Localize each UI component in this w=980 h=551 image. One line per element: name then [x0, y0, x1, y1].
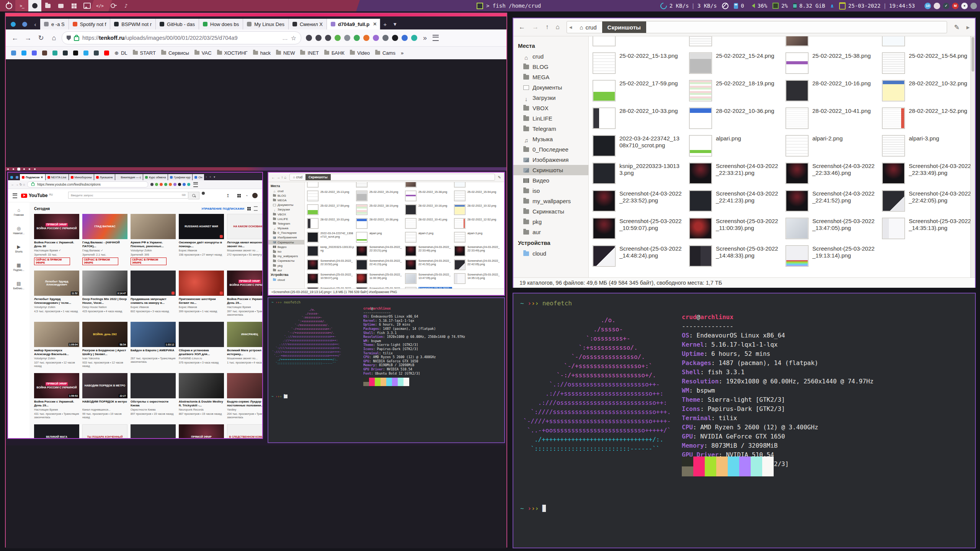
- extension-icon-2[interactable]: [325, 35, 331, 41]
- sidebar-item-my_wallpapers[interactable]: my_wallpapers: [268, 254, 304, 259]
- file-Screenshot-(25-03-2022_19:13:14).png[interactable]: Screenshot-(25-03-2022_19:13:14).png: [786, 244, 882, 271]
- sidebar-item-Документы[interactable]: Документы: [268, 203, 304, 207]
- tab-scroll-left[interactable]: ‹: [30, 19, 40, 29]
- bookmark-favicon-4[interactable]: [52, 51, 57, 55]
- video-thumbnail[interactable]: Легкобыт Эдуард Александрович11:52: [34, 271, 79, 296]
- sidebar-item-Скриншоты[interactable]: Скриншоты: [513, 165, 588, 175]
- fm-path-current[interactable]: Скриншоты: [602, 21, 646, 33]
- file-25-02-2022_17-59.png[interactable]: 25-02-2022_17-59.png: [307, 204, 356, 217]
- nested-list-tabs[interactable]: ▾: [214, 175, 215, 179]
- video-card-18[interactable]: Abstractonia & Double Medley ft. Trickys…: [179, 373, 224, 419]
- tab-7[interactable]: d704a9_full.p✕: [327, 19, 380, 29]
- network-speed[interactable]: 2 KB/s|3 KB/s: [660, 3, 717, 9]
- video-card-partial-2[interactable]: [131, 424, 176, 439]
- file-28-02-2022_10-33.png[interactable]: 28-02-2022_10-33.png: [593, 106, 689, 134]
- file-ksnip_20220323-130133.png[interactable]: ksnip_20220323-130133.png: [307, 245, 356, 259]
- video-thumbnail[interactable]: [131, 424, 176, 439]
- file-Screenshot-(25-03-2022_11:00:39).png[interactable]: Screenshot-(25-03-2022_11:00:39).png: [356, 272, 405, 286]
- sidebar-item-Музыка[interactable]: ♫Музыка: [268, 226, 304, 231]
- file-28-02-2022_10-41.png[interactable]: 28-02-2022_10-41.png: [786, 106, 882, 134]
- extension-icon-11[interactable]: [411, 35, 417, 41]
- fm-edit-path-icon[interactable]: ✎: [954, 23, 959, 31]
- file-Screenshot-(25-03-2022_14:48:24).png[interactable]: Screenshot-(25-03-2022_14:48:24).png: [593, 244, 689, 271]
- video-card-6[interactable]: 3:14:47Deep Feelings Mix 2022 | Deep Hou…: [82, 271, 127, 316]
- file-Screenshot-(25-03-2022_14:35:13).png[interactable]: Screenshot-(25-03-2022_14:35:13).png: [454, 272, 503, 286]
- workspace-power[interactable]: [2, 0, 15, 11]
- sidebar-item-Изображения[interactable]: Изображения: [268, 235, 304, 240]
- video-thumbnail[interactable]: НА КАКОМ ОСНОВАНИИ20:50: [227, 214, 262, 239]
- video-card-8[interactable]: Пригожинские шестёрки бегают по...Борис …: [179, 271, 224, 316]
- file-28-02-2022_12-52.png[interactable]: 28-02-2022_12-52.png: [882, 106, 975, 134]
- file-Screenshot-(24-03-2022_22:41:52).png[interactable]: Screenshot-(24-03-2022_22:41:52).png: [405, 259, 454, 272]
- sidebar-item-iso[interactable]: iso: [513, 186, 588, 196]
- bookmark-7[interactable]: INET: [300, 50, 319, 56]
- file-25-02-2022_13-11.png[interactable]: 25-02-2022_13-11.png: [454, 182, 503, 190]
- file-25-02-2022_15-24.png[interactable]: 25-02-2022_15-24.png: [689, 51, 786, 78]
- file-25-02-2022_15-54.png[interactable]: 25-02-2022_15-54.png: [882, 51, 975, 78]
- tab-0[interactable]: e -a S: [40, 19, 69, 29]
- sidebar-item-Telegram[interactable]: Telegram: [268, 221, 304, 226]
- tray-pin[interactable]: ●: [961, 3, 968, 9]
- cpu[interactable]: 2%: [773, 3, 788, 9]
- video-card-5[interactable]: Легкобыт Эдуард Александрович11:52Легкоб…: [34, 271, 79, 316]
- file-28-02-2022_10-36.png[interactable]: 28-02-2022_10-36.png: [356, 217, 405, 231]
- workspace-folder[interactable]: [41, 0, 54, 11]
- sidebar-item-Скринкасты[interactable]: Скринкасты: [268, 259, 304, 263]
- sidebar-item-Видео[interactable]: Видео: [513, 175, 588, 186]
- file-28-02-2022_10-16.png[interactable]: 28-02-2022_10-16.png: [405, 204, 454, 217]
- fm-path-scroll-left[interactable]: ◂: [567, 21, 575, 33]
- extension-icon-4[interactable]: [344, 35, 350, 41]
- yt-sidebar-[interactable]: ⌂Главная: [14, 208, 24, 216]
- tray-app-light[interactable]: [934, 3, 940, 9]
- home-button[interactable]: ⌂: [49, 34, 59, 42]
- nested-tab-5[interactable]: Курс обмена: [143, 174, 168, 180]
- video-card-2[interactable]: Армия РФ в Украине. Пленные, раненные...…: [131, 214, 176, 265]
- fm-back-button[interactable]: ←: [519, 23, 525, 31]
- tab-3[interactable]: GitHub - das: [156, 19, 199, 29]
- file-Screenshot-(25-03-2022_10:59:07).png[interactable]: Screenshot-(25-03-2022_10:59:07).png: [307, 272, 356, 286]
- file-Screenshot-(24-03-2022_22:41:23).png[interactable]: Screenshot-(24-03-2022_22:41:23).png: [689, 189, 786, 216]
- video-card-11[interactable]: ВОЙНА. день 29/258:54Разгром в Бердянске…: [82, 322, 127, 368]
- file-Screenshot-(24-03-2022_22:33:21).png[interactable]: Screenshot-(24-03-2022_22:33:21).png: [689, 161, 786, 189]
- bookmark-3[interactable]: VAC: [194, 50, 212, 56]
- bookmarks-overflow-button[interactable]: »: [401, 50, 403, 56]
- sidebar-item-Музыка[interactable]: ♫Музыка: [513, 134, 588, 144]
- nested-ext-1[interactable]: [155, 183, 158, 186]
- url-bar[interactable]: https://tenkoff.ru/uploads/images/00/00/…: [62, 31, 301, 44]
- sidebar-item-MEGA[interactable]: MEGA: [513, 72, 588, 82]
- video-thumbnail[interactable]: В СЛЕДСТВЕННОМ КОМИТЕТЕ: [227, 424, 262, 439]
- video-card-14[interactable]: ИНАСРАНЕЦ1:52Великий Мага устроил истери…: [227, 322, 262, 368]
- nested-ext-0[interactable]: [150, 183, 154, 186]
- extension-icon-1[interactable]: [315, 35, 322, 41]
- file-28-02-2022_10-41.png[interactable]: 28-02-2022_10-41.png: [405, 217, 454, 231]
- video-card-19[interactable]: Быдло-сервис Лукдор + постоянные половик…: [227, 373, 262, 419]
- viewed-image-nested-screenshot[interactable]: Подписки✕NEXTA LiveМинобороныЛукашенкВик…: [6, 167, 506, 445]
- bookmark-favicon-3[interactable]: [42, 51, 47, 55]
- nested-ext-6[interactable]: [178, 183, 181, 186]
- file-24-03-2022_20-43.png[interactable]: 24-03-2022_20-43.png: [356, 182, 405, 190]
- video-card-17[interactable]: Обстрелы с окрестности КиеваОкрестности …: [131, 373, 176, 419]
- tracking-protection-icon[interactable]: [67, 36, 71, 41]
- nested-ext-5[interactable]: [173, 183, 176, 186]
- bookmark-2[interactable]: Сервисы: [161, 50, 189, 56]
- nested-new-tab[interactable]: +: [209, 175, 211, 179]
- file-25-02-2022_12-14.png[interactable]: 25-02-2022_12-14.png: [405, 182, 454, 190]
- pinned-tab-1[interactable]: [19, 19, 30, 29]
- file-alpari-2.png[interactable]: alpari-2.png: [405, 231, 454, 245]
- extension-icon-6[interactable]: [363, 35, 369, 41]
- bookmark-favicon-7[interactable]: [83, 51, 88, 55]
- file-Screenshot-(24-03-2022_22:41:52).png[interactable]: Screenshot-(24-03-2022_22:41:52).png: [786, 189, 882, 216]
- video-card-4[interactable]: НА КАКОМ ОСНОВАНИИ20:50Легенда канал мош…: [227, 214, 262, 265]
- youtube-mic-button[interactable]: [202, 192, 205, 195]
- nested-ext-7[interactable]: [183, 183, 186, 186]
- sidebar-item-VBOX[interactable]: VBOX: [268, 212, 304, 217]
- video-card-7[interactable]: Продавашка запрещает снимать на камеру в…: [131, 271, 176, 316]
- video-thumbnail[interactable]: RUSSIANS AGAINST WAR: [179, 214, 224, 239]
- sidebar-item-BLOG[interactable]: BLOG: [268, 193, 304, 198]
- video-thumbnail[interactable]: ПРЯМОЙ ЭФИР: [179, 424, 224, 439]
- sidebar-device-cloud[interactable]: cloud: [513, 248, 588, 259]
- bookmark-favicon-0[interactable]: [11, 51, 16, 55]
- do-not-disturb[interactable]: [722, 3, 728, 9]
- youtube-apps-icon[interactable]: [237, 194, 241, 197]
- file-Screenshot-(24-03-2022_22:33:46).png[interactable]: Screenshot-(24-03-2022_22:33:46).png: [405, 245, 454, 259]
